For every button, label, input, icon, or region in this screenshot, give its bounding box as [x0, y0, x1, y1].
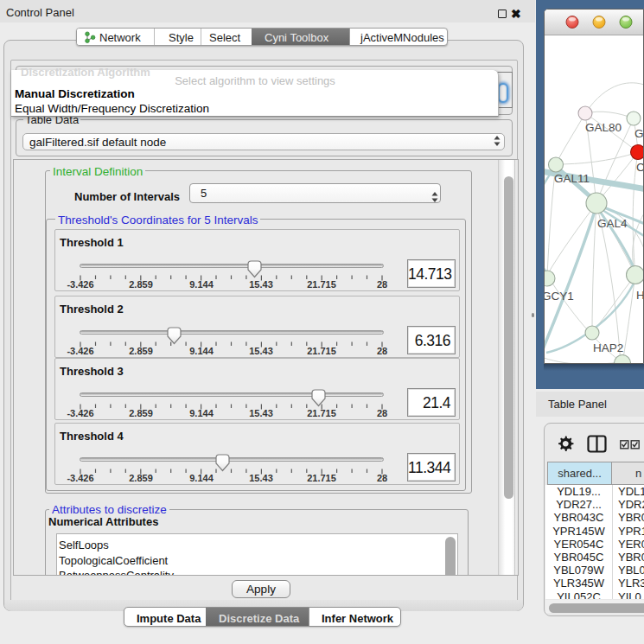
svg-text:GCY1: GCY1: [545, 290, 574, 303]
svg-text:GA: GA: [634, 127, 644, 140]
svg-text:H: H: [636, 289, 644, 302]
svg-text:GAL11: GAL11: [554, 172, 590, 185]
svg-text:C: C: [636, 161, 644, 174]
svg-text:GAL4: GAL4: [597, 217, 628, 230]
svg-text:GAL80: GAL80: [585, 121, 622, 134]
svg-text:HAP2: HAP2: [593, 341, 623, 354]
